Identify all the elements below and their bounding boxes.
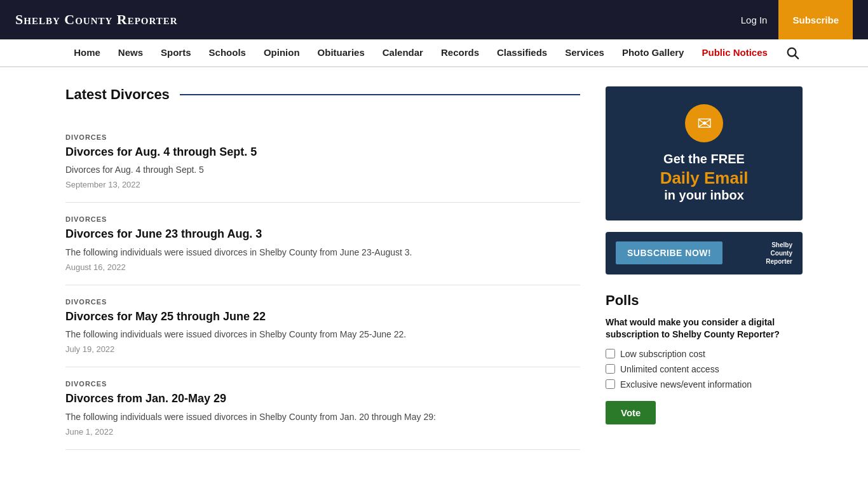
email-ad-block: ✉ Get the FREE Daily Email in your inbox	[606, 86, 803, 220]
article-category: DIVORCES	[65, 380, 580, 388]
article-item: DIVORCESDivorces for June 23 through Aug…	[65, 203, 580, 285]
ad-email-highlight: Daily Email	[618, 169, 790, 187]
article-item: DIVORCESDivorces for Aug. 4 through Sept…	[65, 121, 580, 203]
article-date: August 16, 2022	[65, 262, 580, 272]
article-date: June 1, 2022	[65, 427, 580, 437]
nav-item-photo-gallery[interactable]: Photo Gallery	[613, 39, 693, 67]
poll-option-label: Unlimited content access	[620, 364, 719, 374]
article-category: DIVORCES	[65, 133, 580, 141]
sidebar: ✉ Get the FREE Daily Email in your inbox…	[606, 86, 803, 450]
article-title[interactable]: Divorces for June 23 through Aug. 3	[65, 227, 580, 241]
nav-item-schools[interactable]: Schools	[200, 39, 255, 67]
subscribe-button[interactable]: Subscribe	[778, 0, 853, 39]
article-title[interactable]: Divorces for Aug. 4 through Sept. 5	[65, 145, 580, 159]
nav-item-home[interactable]: Home	[65, 39, 109, 67]
subscribe-logo: Shelby County Reporter	[766, 241, 792, 266]
article-category: DIVORCES	[65, 298, 580, 306]
poll-option: Low subscription cost	[606, 349, 803, 359]
main-content: Latest Divorces DIVORCESDivorces for Aug…	[65, 86, 580, 450]
ad-email-top: Get the FREE	[618, 151, 790, 166]
poll-option-label: Low subscription cost	[620, 349, 705, 359]
main-nav: HomeNewsSportsSchoolsOpinionObituariesCa…	[0, 39, 868, 67]
poll-checkbox-1[interactable]	[606, 364, 615, 374]
article-date: September 13, 2022	[65, 180, 580, 189]
page-wrapper: Latest Divorces DIVORCESDivorces for Aug…	[53, 67, 815, 475]
article-excerpt: Divorces for Aug. 4 through Sept. 5	[65, 163, 580, 177]
poll-option-label: Exclusive news/event information	[620, 379, 752, 390]
article-category: DIVORCES	[65, 215, 580, 223]
section-title-line	[180, 94, 580, 95]
top-bar-actions: Log In Subscribe	[729, 0, 853, 39]
polls-question: What would make you consider a digital s…	[606, 316, 803, 341]
ad-email-bottom: in your inbox	[618, 187, 790, 203]
nav-item-opinion[interactable]: Opinion	[255, 39, 309, 67]
polls-section: Polls What would make you consider a dig…	[606, 292, 803, 424]
search-button[interactable]	[782, 42, 803, 64]
nav-item-obituaries[interactable]: Obituaries	[309, 39, 374, 67]
article-item: DIVORCESDivorces from Jan. 20-May 29The …	[65, 367, 580, 449]
nav-item-public-notices[interactable]: Public Notices	[693, 39, 776, 67]
site-logo: Shelby County Reporter	[15, 11, 178, 28]
poll-checkbox-0[interactable]	[606, 349, 615, 358]
poll-option: Unlimited content access	[606, 364, 803, 374]
article-excerpt: The following individuals were issued di…	[65, 328, 580, 341]
article-date: July 19, 2022	[65, 344, 580, 354]
nav-item-services[interactable]: Services	[556, 39, 613, 67]
nav-item-sports[interactable]: Sports	[152, 39, 200, 67]
nav-item-records[interactable]: Records	[432, 39, 488, 67]
vote-button[interactable]: Vote	[606, 401, 656, 424]
svg-line-1	[795, 55, 798, 58]
nav-item-news[interactable]: News	[109, 39, 152, 67]
nav-item-classifieds[interactable]: Classifieds	[488, 39, 556, 67]
top-bar: Shelby County Reporter Log In Subscribe	[0, 0, 868, 39]
poll-option: Exclusive news/event information	[606, 379, 803, 390]
articles-list: DIVORCESDivorces for Aug. 4 through Sept…	[65, 121, 580, 450]
subscribe-now-button[interactable]: SUBSCRIBE NOW!	[616, 241, 722, 264]
search-icon	[785, 46, 799, 60]
nav-item-calendar[interactable]: Calendar	[374, 39, 432, 67]
login-button[interactable]: Log In	[729, 8, 779, 32]
article-item: DIVORCESDivorces for May 25 through June…	[65, 285, 580, 367]
subscribe-ad-block: SUBSCRIBE NOW! Shelby County Reporter	[606, 232, 803, 274]
article-title[interactable]: Divorces for May 25 through June 22	[65, 309, 580, 324]
article-excerpt: The following individuals were issued di…	[65, 410, 580, 424]
section-title-row: Latest Divorces	[65, 86, 580, 103]
article-title[interactable]: Divorces from Jan. 20-May 29	[65, 391, 580, 406]
poll-options-list: Low subscription costUnlimited content a…	[606, 349, 803, 390]
email-icon: ✉	[685, 104, 723, 142]
article-excerpt: The following individuals were issued di…	[65, 246, 580, 259]
polls-title: Polls	[606, 292, 803, 309]
poll-checkbox-2[interactable]	[606, 379, 615, 389]
section-title: Latest Divorces	[65, 86, 170, 103]
